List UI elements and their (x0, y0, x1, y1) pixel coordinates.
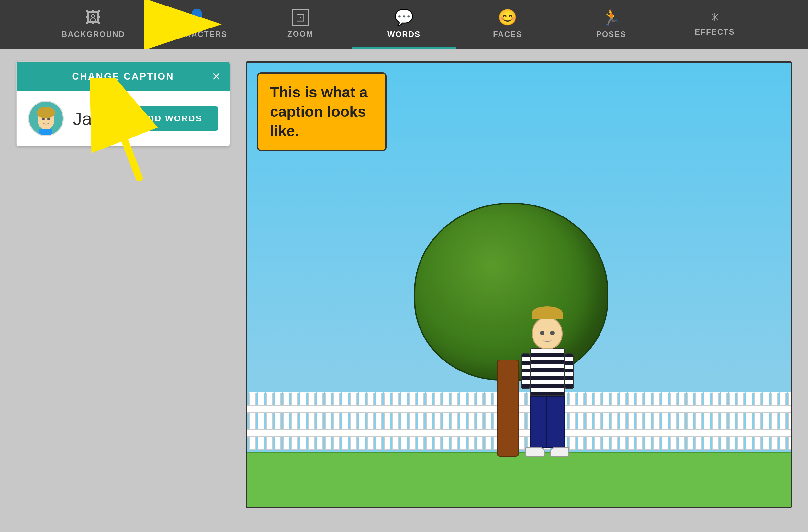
caption-body: Jared ADD WORDS (17, 91, 229, 146)
nav-item-zoom[interactable]: ⊡ ZOOM (249, 0, 352, 49)
effects-label: EFFECTS (695, 27, 735, 37)
caption-title: CHANGE CAPTION (72, 71, 174, 82)
character-info: Jared (28, 101, 118, 136)
char-pants (530, 396, 565, 448)
char-body (530, 348, 565, 396)
background-label: BACKGROUND (61, 30, 125, 39)
caption-bubble-text: This is what a caption looks like. (270, 83, 373, 141)
top-nav: 🖼 BACKGROUND 👤 CHARACTERS ⊡ ZOOM 💬 WORDS… (0, 0, 808, 49)
right-panel: This is what a caption looks like. (246, 61, 792, 519)
words-icon: 💬 (394, 8, 414, 26)
char-arm-left (521, 354, 531, 389)
comic-scene: This is what a caption looks like. (246, 61, 792, 508)
characters-icon: 👤 (187, 8, 206, 26)
words-label: WORDS (387, 30, 421, 39)
character-name: Jared (73, 108, 118, 129)
caption-header: CHANGE CAPTION × (17, 62, 229, 91)
avatar-image (30, 102, 62, 135)
nav-item-background[interactable]: 🖼 BACKGROUND (41, 0, 145, 49)
caption-close-button[interactable]: × (212, 69, 220, 83)
caption-bubble: This is what a caption looks like. (257, 73, 387, 151)
nav-item-characters[interactable]: 👤 CHARACTERS (145, 0, 249, 49)
faces-label: FACES (493, 30, 522, 39)
svg-point-4 (37, 107, 55, 118)
tree-trunk (497, 360, 519, 457)
character-figure (518, 306, 576, 457)
char-shoe-left (526, 447, 545, 457)
tree-foliage (414, 203, 608, 381)
svg-point-5 (42, 118, 45, 120)
nav-item-faces[interactable]: 😊 FACES (456, 0, 559, 49)
char-shoes (526, 447, 569, 457)
char-head (532, 317, 563, 349)
svg-point-6 (47, 118, 50, 120)
effects-icon: ✳ (710, 11, 720, 24)
char-hair (532, 306, 563, 319)
char-arm-right (564, 354, 574, 389)
main-area: CHANGE CAPTION × (0, 49, 808, 532)
zoom-icon: ⊡ (292, 9, 309, 26)
change-caption-panel: CHANGE CAPTION × (16, 61, 230, 146)
poses-label: POSES (596, 30, 626, 39)
add-words-button[interactable]: ADD WORDS (125, 107, 218, 131)
nav-item-poses[interactable]: 🏃 POSES (559, 0, 663, 49)
left-panel: CHANGE CAPTION × (16, 61, 230, 519)
nav-item-effects[interactable]: ✳ EFFECTS (663, 0, 767, 49)
character-avatar (28, 101, 64, 136)
char-shoe-right (550, 447, 569, 457)
zoom-label: ZOOM (288, 30, 313, 38)
background-icon: 🖼 (86, 9, 101, 26)
faces-icon: 😊 (498, 8, 517, 26)
poses-icon: 🏃 (602, 8, 621, 26)
characters-label: CHARACTERS (166, 30, 227, 39)
nav-item-words[interactable]: 💬 WORDS (352, 0, 456, 49)
ground (247, 452, 791, 507)
svg-rect-7 (39, 129, 52, 135)
